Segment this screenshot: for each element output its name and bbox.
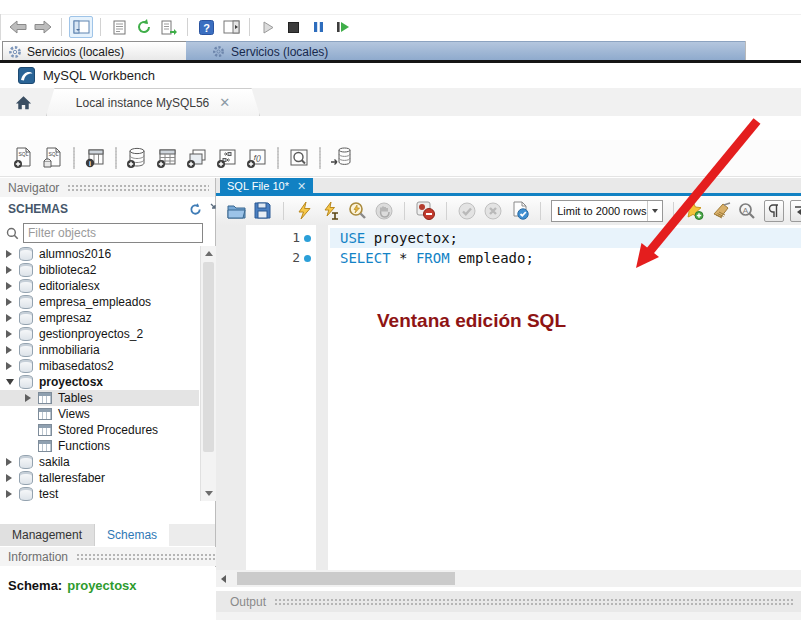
close-tab-icon[interactable]: ✕ xyxy=(297,181,306,191)
table-inspector-icon[interactable]: i xyxy=(82,144,108,172)
scrollbar-thumb[interactable] xyxy=(237,572,455,585)
create-table-icon[interactable] xyxy=(154,144,180,172)
expand-arrow-icon[interactable] xyxy=(25,394,36,402)
tree-item[interactable]: inmobiliaria xyxy=(0,342,199,358)
refresh-icon[interactable] xyxy=(133,17,155,37)
svg-text:?: ? xyxy=(203,21,210,33)
toggle-wrap-icon[interactable] xyxy=(790,200,801,222)
back-icon[interactable] xyxy=(7,17,29,37)
create-procedure-icon[interactable] xyxy=(214,144,240,172)
beautify-icon[interactable] xyxy=(711,200,732,222)
refresh-schemas-icon[interactable] xyxy=(188,203,203,216)
schema-object-icon xyxy=(38,440,52,452)
limit-rows-dropdown[interactable]: Limit to 2000 rows xyxy=(551,200,663,222)
tree-item[interactable]: talleresfaber xyxy=(0,470,199,486)
save-icon[interactable] xyxy=(253,200,274,222)
tree-item[interactable]: empresaz xyxy=(0,310,199,326)
expand-arrow-icon[interactable] xyxy=(6,458,17,466)
open-file-icon[interactable] xyxy=(226,200,247,222)
tree-item[interactable]: sakila xyxy=(0,454,199,470)
editor-horizontal-scrollbar[interactable] xyxy=(216,570,801,587)
open-sql-script-icon[interactable]: SQL xyxy=(40,144,66,172)
sql-file-tab[interactable]: SQL File 10* ✕ xyxy=(220,178,313,193)
stop-icon[interactable] xyxy=(374,200,395,222)
rollback-icon[interactable] xyxy=(483,200,504,222)
create-schema-icon[interactable] xyxy=(124,144,150,172)
tree-item[interactable]: empresa_empleados xyxy=(0,294,199,310)
scroll-left-icon[interactable] xyxy=(221,575,226,583)
dropdown-arrow-icon[interactable] xyxy=(647,201,662,221)
tree-item[interactable]: test xyxy=(0,486,199,501)
expand-arrow-icon[interactable] xyxy=(6,314,17,322)
expand-arrow-icon[interactable] xyxy=(6,282,17,290)
code-line-1[interactable]: 1 USE proyectox; xyxy=(216,228,801,248)
filter-objects-input[interactable] xyxy=(23,223,203,243)
scroll-down-icon[interactable] xyxy=(205,491,213,496)
explain-icon[interactable] xyxy=(347,200,368,222)
schema-object-icon xyxy=(38,408,52,420)
schema-object-icon xyxy=(19,327,33,341)
divider xyxy=(319,147,321,169)
tab-management[interactable]: Management xyxy=(0,524,95,546)
tree-item[interactable]: Functions xyxy=(0,438,199,454)
tab-schemas[interactable]: Schemas xyxy=(95,524,169,546)
restart-service-icon[interactable] xyxy=(332,17,354,37)
divider xyxy=(73,147,75,169)
tree-scrollbar[interactable] xyxy=(200,246,216,501)
expand-arrow-icon[interactable] xyxy=(6,250,17,258)
close-tab-icon[interactable]: ✕ xyxy=(219,98,230,108)
show-action-pane-icon[interactable] xyxy=(220,17,242,37)
sql-code-editor[interactable]: 1 USE proyectox; 2 SELECT * FROM emplead… xyxy=(216,225,801,570)
expand-arrow-icon[interactable] xyxy=(6,379,17,385)
tree-item[interactable]: gestionproyectos_2 xyxy=(0,326,199,342)
find-icon[interactable]: A xyxy=(737,200,758,222)
forward-icon[interactable] xyxy=(32,17,54,37)
scroll-up-icon[interactable] xyxy=(205,251,213,256)
tree-item-label: gestionproyectos_2 xyxy=(39,327,143,341)
home-tab[interactable] xyxy=(0,89,46,116)
expand-arrow-icon[interactable] xyxy=(6,298,17,306)
expand-arrow-icon[interactable] xyxy=(6,330,17,338)
properties-icon[interactable] xyxy=(108,17,130,37)
pause-service-icon[interactable] xyxy=(307,17,329,37)
toggle-stop-on-error-icon[interactable] xyxy=(415,200,436,222)
expand-arrow-icon[interactable] xyxy=(6,474,17,482)
tree-item[interactable]: editorialesx xyxy=(0,278,199,294)
export-list-icon[interactable] xyxy=(158,17,180,37)
tree-item[interactable]: mibasedatos2 xyxy=(0,358,199,374)
tree-item[interactable]: alumnos2016 xyxy=(0,246,199,262)
commit-icon[interactable] xyxy=(457,200,478,222)
reconnect-dbms-icon[interactable] xyxy=(328,144,354,172)
tree-item[interactable]: biblioteca2 xyxy=(0,262,199,278)
statement-marker-icon xyxy=(304,255,311,262)
tree-item[interactable]: proyectosx xyxy=(0,374,199,390)
execute-icon[interactable] xyxy=(294,200,315,222)
help-icon[interactable]: ? xyxy=(195,17,217,37)
annotation-text: Ventana edición SQL xyxy=(377,310,566,332)
tree-item[interactable]: Tables xyxy=(0,390,199,406)
toggle-autocommit-icon[interactable] xyxy=(510,200,531,222)
expand-arrow-icon[interactable] xyxy=(6,266,17,274)
search-table-data-icon[interactable] xyxy=(286,144,312,172)
connection-tab[interactable]: Local instance MySQL56 ✕ xyxy=(46,88,260,116)
save-snippet-icon[interactable] xyxy=(684,200,705,222)
tree-item[interactable]: Stored Procedures xyxy=(0,422,199,438)
tree-item-label: biblioteca2 xyxy=(39,263,96,277)
scrollbar-thumb[interactable] xyxy=(203,262,214,452)
tree-item[interactable]: Views xyxy=(0,406,199,422)
create-function-icon[interactable]: f() xyxy=(244,144,270,172)
start-service-icon[interactable] xyxy=(257,17,279,37)
expand-arrow-icon[interactable] xyxy=(6,490,17,498)
execute-current-statement-icon[interactable] xyxy=(321,200,342,222)
toggle-invisibles-icon[interactable] xyxy=(764,200,785,222)
create-view-icon[interactable] xyxy=(184,144,210,172)
code-line-2[interactable]: 2 SELECT * FROM empleado; xyxy=(216,248,801,268)
new-sql-editor-icon[interactable]: SQL xyxy=(10,144,36,172)
divider xyxy=(540,202,541,220)
show-console-tree-icon[interactable] xyxy=(69,16,93,38)
home-icon xyxy=(14,94,33,111)
stop-service-icon[interactable] xyxy=(282,17,304,37)
expand-arrow-icon[interactable] xyxy=(6,362,17,370)
expand-arrow-icon[interactable] xyxy=(6,346,17,354)
services-local-tab[interactable]: Servicios (locales) xyxy=(2,41,191,62)
